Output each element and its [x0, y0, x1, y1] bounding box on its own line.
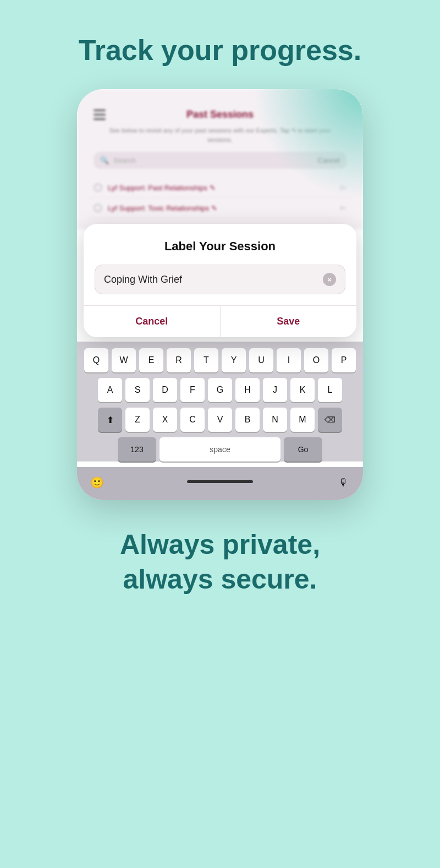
session-label-2: Lyf Support: Toxic Relationships ✎ — [108, 204, 334, 212]
key-g[interactable]: G — [208, 378, 232, 402]
key-s[interactable]: S — [125, 378, 150, 402]
keyboard-row-3: ⬆ Z X C V B N M ⌫ — [81, 408, 359, 432]
hamburger-icon — [94, 109, 106, 120]
key-q[interactable]: Q — [84, 348, 108, 372]
session-count-1: 2+ — [339, 184, 346, 191]
modal-actions: Cancel Save — [84, 305, 356, 337]
key-a[interactable]: A — [98, 378, 122, 402]
key-m[interactable]: M — [290, 408, 315, 432]
key-i[interactable]: I — [277, 348, 301, 372]
modal-title: Label Your Session — [84, 224, 356, 265]
key-t[interactable]: T — [194, 348, 218, 372]
app-header: Past Sessions — [88, 100, 352, 126]
key-go[interactable]: Go — [284, 437, 322, 462]
search-icon: 🔍 — [100, 156, 109, 164]
key-e[interactable]: E — [139, 348, 163, 372]
key-n[interactable]: N — [263, 408, 287, 432]
key-c[interactable]: C — [180, 408, 205, 432]
key-b[interactable]: B — [235, 408, 260, 432]
modal-save-button[interactable]: Save — [221, 306, 357, 337]
keyboard: Q W E R T Y U I O P A S D F G H J K L ⬆ … — [77, 342, 363, 462]
key-y[interactable]: Y — [222, 348, 246, 372]
session-dot-1 — [94, 183, 102, 192]
key-w[interactable]: W — [112, 348, 136, 372]
phone-mockup: Past Sessions See below to revisit any o… — [77, 89, 363, 500]
keyboard-row-1: Q W E R T Y U I O P — [81, 348, 359, 372]
search-cancel-text: Cancel — [318, 156, 340, 164]
key-z[interactable]: Z — [125, 408, 150, 432]
app-screen-subtitle: See below to revisit any of your past se… — [88, 126, 352, 152]
microphone-button[interactable]: 🎙 — [332, 473, 354, 492]
key-shift[interactable]: ⬆ — [98, 408, 122, 432]
session-label-1: Lyf Support: Past Relationships ✎ — [108, 184, 334, 192]
key-h[interactable]: H — [235, 378, 260, 402]
key-k[interactable]: K — [290, 378, 315, 402]
home-indicator — [187, 480, 253, 483]
clear-input-button[interactable]: × — [323, 273, 336, 286]
emoji-button[interactable]: 🙂 — [86, 473, 108, 492]
search-bar: 🔍 Search Cancel — [94, 152, 346, 169]
session-item-2: Lyf Support: Toxic Relationships ✎ 4+ — [88, 198, 352, 218]
session-item-1: Lyf Support: Past Relationships ✎ 2+ — [88, 178, 352, 198]
key-j[interactable]: J — [263, 378, 287, 402]
key-r[interactable]: R — [167, 348, 191, 372]
label-session-modal: Label Your Session × Cancel Save — [84, 224, 356, 337]
keyboard-bottom-bar: 🙂 🎙 — [77, 467, 363, 500]
top-heading: Track your progress. — [79, 33, 361, 67]
app-screen-title: Past Sessions — [186, 109, 254, 120]
key-d[interactable]: D — [153, 378, 177, 402]
modal-input-wrapper[interactable]: × — [95, 265, 345, 294]
session-dot-2 — [94, 204, 102, 212]
session-count-2: 4+ — [339, 205, 346, 211]
key-u[interactable]: U — [249, 348, 273, 372]
key-l[interactable]: L — [318, 378, 342, 402]
keyboard-row-2: A S D F G H J K L — [81, 378, 359, 402]
key-space[interactable]: space — [160, 437, 280, 462]
key-p[interactable]: P — [332, 348, 356, 372]
key-x[interactable]: X — [153, 408, 177, 432]
key-o[interactable]: O — [304, 348, 328, 372]
key-numbers[interactable]: 123 — [118, 437, 156, 462]
keyboard-row-4: 123 space Go — [81, 437, 359, 462]
bottom-heading: Always private,always secure. — [120, 528, 320, 596]
search-placeholder: Search — [113, 156, 314, 164]
app-screen-background: Past Sessions See below to revisit any o… — [77, 89, 363, 229]
session-label-input[interactable] — [104, 274, 323, 285]
key-v[interactable]: V — [208, 408, 232, 432]
key-f[interactable]: F — [180, 378, 205, 402]
modal-cancel-button[interactable]: Cancel — [84, 306, 221, 337]
key-backspace[interactable]: ⌫ — [318, 408, 342, 432]
